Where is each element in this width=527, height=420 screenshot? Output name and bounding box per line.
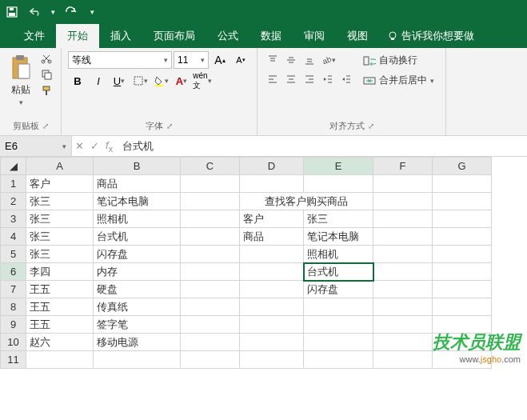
cell[interactable] bbox=[373, 193, 433, 210]
col-header-C[interactable]: C bbox=[181, 158, 240, 175]
cell[interactable] bbox=[373, 263, 433, 281]
cell[interactable]: 查找客户购买商品 bbox=[240, 193, 373, 210]
cell[interactable] bbox=[373, 175, 433, 193]
cell[interactable]: 笔记本电脑 bbox=[304, 228, 373, 246]
name-box[interactable]: E6▾ bbox=[0, 136, 72, 156]
row-header[interactable]: 5 bbox=[1, 246, 26, 263]
cell[interactable] bbox=[26, 351, 94, 369]
copy-icon[interactable] bbox=[38, 67, 54, 82]
cell[interactable]: 商品 bbox=[240, 228, 304, 246]
tab-file[interactable]: 文件 bbox=[13, 24, 56, 48]
cell[interactable]: 张三 bbox=[26, 246, 94, 263]
font-name-select[interactable]: 等线▾ bbox=[68, 51, 172, 69]
cell[interactable] bbox=[373, 281, 433, 298]
save-icon[interactable] bbox=[6, 6, 19, 18]
cell[interactable] bbox=[433, 228, 492, 246]
increase-indent-icon[interactable] bbox=[337, 70, 355, 88]
cell[interactable] bbox=[373, 228, 433, 246]
row-header[interactable]: 8 bbox=[1, 298, 26, 316]
align-left-icon[interactable] bbox=[264, 70, 281, 88]
cell[interactable] bbox=[433, 281, 492, 298]
bold-button[interactable]: B bbox=[68, 72, 87, 90]
dialog-launcher-icon[interactable]: ⤢ bbox=[166, 122, 173, 130]
cell[interactable]: 张三 bbox=[26, 193, 94, 210]
cell[interactable] bbox=[240, 334, 304, 351]
tab-formula[interactable]: 公式 bbox=[206, 24, 250, 48]
cell[interactable]: 传真纸 bbox=[94, 298, 181, 316]
col-header-G[interactable]: G bbox=[433, 158, 492, 175]
align-middle-icon[interactable] bbox=[282, 51, 300, 69]
phonetic-button[interactable]: wén文▾ bbox=[193, 72, 212, 90]
cell[interactable]: 硬盘 bbox=[94, 281, 181, 298]
cell[interactable] bbox=[181, 298, 240, 316]
border-button[interactable]: ▾ bbox=[130, 72, 150, 90]
cell[interactable] bbox=[304, 298, 373, 316]
tab-data[interactable]: 数据 bbox=[250, 24, 293, 48]
cell[interactable]: 闪存盘 bbox=[304, 281, 373, 298]
dialog-launcher-icon[interactable]: ⤢ bbox=[42, 122, 49, 130]
col-header-A[interactable]: A bbox=[26, 158, 94, 175]
cell[interactable]: 张三 bbox=[26, 228, 94, 246]
cell[interactable] bbox=[240, 263, 304, 281]
decrease-indent-icon[interactable] bbox=[319, 70, 337, 88]
row-header[interactable]: 2 bbox=[1, 193, 26, 210]
cell[interactable]: 照相机 bbox=[304, 246, 373, 263]
tell-me-search[interactable]: 告诉我你想要做 bbox=[379, 24, 482, 48]
cell[interactable] bbox=[373, 334, 433, 351]
cell[interactable] bbox=[94, 351, 181, 369]
cell[interactable]: 王五 bbox=[26, 298, 94, 316]
cell[interactable]: 客户 bbox=[26, 175, 94, 193]
row-header[interactable]: 9 bbox=[1, 316, 26, 334]
format-painter-icon[interactable] bbox=[38, 83, 54, 98]
row-header[interactable]: 10 bbox=[1, 334, 26, 351]
cell[interactable] bbox=[304, 175, 373, 193]
cell[interactable] bbox=[304, 351, 373, 369]
col-header-D[interactable]: D bbox=[240, 158, 304, 175]
font-size-select[interactable]: 11▾ bbox=[174, 51, 209, 69]
cell[interactable] bbox=[373, 298, 433, 316]
cell[interactable]: 王五 bbox=[26, 281, 94, 298]
cell[interactable] bbox=[181, 193, 240, 210]
cell[interactable] bbox=[433, 210, 492, 228]
cell[interactable] bbox=[240, 246, 304, 263]
row-header[interactable]: 4 bbox=[1, 228, 26, 246]
tab-review[interactable]: 审阅 bbox=[293, 24, 336, 48]
font-color-button[interactable]: A▾ bbox=[172, 72, 191, 90]
col-header-B[interactable]: B bbox=[94, 158, 181, 175]
cell[interactable]: 张三 bbox=[304, 210, 373, 228]
wrap-text-button[interactable]: 自动换行 bbox=[358, 51, 439, 70]
tab-view[interactable]: 视图 bbox=[336, 24, 379, 48]
orientation-icon[interactable]: ab▾ bbox=[319, 51, 337, 69]
cell[interactable] bbox=[373, 246, 433, 263]
cell[interactable] bbox=[373, 210, 433, 228]
cell[interactable] bbox=[181, 228, 240, 246]
cell[interactable] bbox=[181, 334, 240, 351]
dialog-launcher-icon[interactable]: ⤢ bbox=[368, 122, 374, 130]
row-header[interactable]: 6 bbox=[1, 263, 26, 281]
cell[interactable] bbox=[240, 316, 304, 334]
tab-layout[interactable]: 页面布局 bbox=[142, 24, 206, 48]
align-top-icon[interactable] bbox=[264, 51, 281, 69]
cell[interactable] bbox=[181, 175, 240, 193]
chevron-down-icon[interactable]: ▾ bbox=[51, 8, 55, 16]
align-center-icon[interactable] bbox=[282, 70, 300, 88]
tab-home[interactable]: 开始 bbox=[56, 24, 99, 48]
row-header[interactable]: 7 bbox=[1, 281, 26, 298]
cell[interactable] bbox=[373, 316, 433, 334]
cell[interactable] bbox=[433, 246, 492, 263]
align-right-icon[interactable] bbox=[301, 70, 318, 88]
cell[interactable] bbox=[181, 263, 240, 281]
cut-icon[interactable] bbox=[38, 51, 54, 66]
cancel-formula-icon[interactable]: ✕ bbox=[75, 140, 84, 152]
col-header-F[interactable]: F bbox=[373, 158, 433, 175]
row-header[interactable]: 11 bbox=[1, 351, 26, 369]
increase-font-icon[interactable]: A▴ bbox=[210, 51, 230, 69]
cell[interactable] bbox=[433, 263, 492, 281]
redo-icon[interactable] bbox=[65, 6, 78, 18]
cell[interactable] bbox=[181, 351, 240, 369]
cell[interactable]: 赵六 bbox=[26, 334, 94, 351]
cell[interactable]: 笔记本电脑 bbox=[94, 193, 181, 210]
cell[interactable] bbox=[181, 316, 240, 334]
cell[interactable] bbox=[433, 298, 492, 316]
cell[interactable]: 签字笔 bbox=[94, 316, 181, 334]
